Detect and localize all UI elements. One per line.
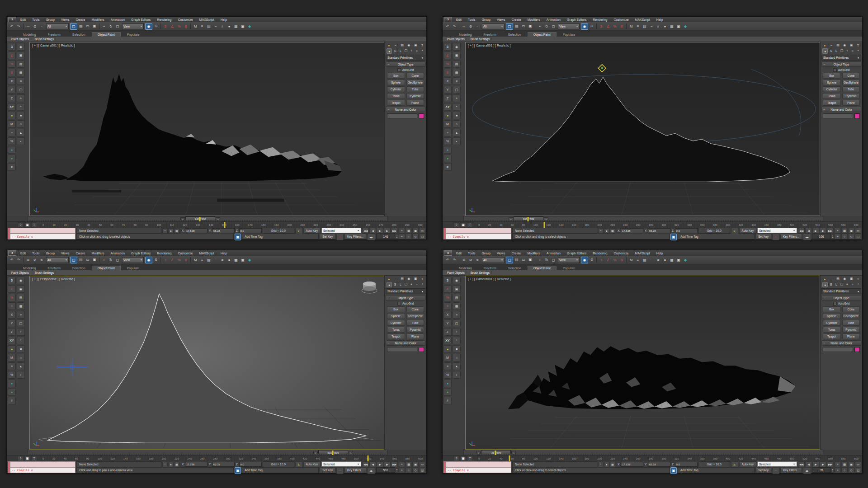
zoom-all-icon[interactable]: ▦	[841, 228, 848, 234]
helpers-category-icon[interactable]: +	[845, 282, 849, 286]
mirror-icon[interactable]: M	[192, 257, 198, 263]
orbit-icon[interactable]: ○	[841, 234, 848, 239]
y-coordinate-field[interactable]: 65.28	[212, 228, 235, 233]
object-color-swatch[interactable]	[419, 113, 424, 118]
menu-item[interactable]: Animation	[543, 18, 564, 21]
motion-tab-icon[interactable]: ◉	[842, 277, 847, 281]
fov-icon[interactable]: ◇	[848, 234, 854, 239]
select-rotate-icon[interactable]: ↻	[543, 23, 550, 29]
current-frame-field[interactable]: 106	[812, 234, 831, 239]
menu-item[interactable]: Graph Editors	[564, 252, 590, 255]
menu-item[interactable]: Help	[653, 18, 666, 21]
select-place-icon[interactable]: ◉	[581, 257, 588, 263]
geometry-category-icon[interactable]: ●	[387, 48, 392, 54]
object-name-field[interactable]	[387, 113, 417, 118]
grid-tool-icon[interactable]: #	[443, 163, 452, 171]
tab-freeform[interactable]: Freeform	[42, 266, 66, 270]
selection-set-combo[interactable]: Selected ▼	[757, 228, 797, 233]
axis-x-button[interactable]: X	[443, 77, 452, 85]
autogrid-checkbox[interactable]	[397, 68, 401, 72]
primitive-button[interactable]: Tube	[406, 86, 425, 92]
lights-category-icon[interactable]: L	[834, 48, 839, 53]
align-icon[interactable]: ≡	[199, 257, 205, 263]
menu-item[interactable]: Graph Editors	[564, 18, 590, 21]
play-icon[interactable]: ▶	[377, 228, 383, 234]
viewport-label[interactable]: [ + ] [ Camera001 ] [ Realistic ]	[32, 44, 75, 47]
select-link-icon[interactable]: ∞	[25, 257, 31, 263]
mirror-icon[interactable]: M	[628, 257, 634, 263]
selection-filter-dropdown[interactable]: All ▼	[482, 257, 505, 263]
primitive-button[interactable]: Teapot	[387, 333, 405, 339]
align-icon[interactable]: ≡	[635, 23, 641, 29]
shortcut-override-icon[interactable]: *	[598, 228, 604, 234]
reference-coordinate-dropdown[interactable]: View ▼	[122, 257, 144, 263]
orbit-icon[interactable]: ○	[406, 467, 412, 473]
selection-set-icon[interactable]: ▣	[460, 456, 466, 461]
axis-z-button[interactable]: Z	[443, 94, 452, 102]
listener-output[interactable]: -- Compile e	[446, 467, 511, 473]
tab-modeling[interactable]: Modeling	[453, 266, 477, 270]
ribbon-subtab[interactable]: Brush Settings	[33, 271, 56, 274]
helpers-category-icon[interactable]: +	[409, 48, 414, 53]
set-key-button[interactable]: Set Key	[320, 234, 335, 239]
menu-item[interactable]: Customize	[610, 18, 632, 21]
shapes-category-icon[interactable]: S	[829, 282, 833, 286]
select-move-icon[interactable]: +	[537, 257, 543, 263]
primitives-dropdown[interactable]: Standard Primitives ▼	[821, 288, 861, 294]
create-tab-icon[interactable]: ●	[387, 277, 391, 281]
snap-magnet-3-icon[interactable]: 3	[443, 277, 452, 284]
axis-xy-button[interactable]: XY	[443, 337, 452, 344]
menu-item[interactable]: Views	[494, 252, 509, 255]
reference-coordinate-dropdown[interactable]: View ▼	[558, 23, 580, 29]
utilities-small-icon[interactable]: *	[17, 103, 25, 111]
select-object-icon[interactable]: ▢	[506, 257, 513, 263]
spacing-tool-icon[interactable]: %	[8, 371, 16, 379]
snap-magnet-3-icon[interactable]: 3	[8, 43, 16, 51]
name-color-rollout[interactable]: − Name and Color	[386, 107, 425, 112]
material-editor-icon[interactable]: ●	[226, 23, 232, 29]
object-type-rollout[interactable]: − Object Type	[386, 295, 425, 300]
unlink-icon[interactable]: ⊘	[32, 257, 38, 263]
maxscript-mini-listener[interactable]	[8, 228, 75, 234]
key-mode-toggle-icon[interactable]: ◀▶	[367, 234, 375, 240]
menu-item[interactable]: Tools	[29, 252, 42, 255]
mirror-tool-icon[interactable]: M	[8, 120, 16, 128]
primitive-button[interactable]: Cone	[406, 73, 425, 79]
primitive-button[interactable]: GeoSphere	[842, 313, 860, 319]
hierarchy-tab-icon[interactable]: ▤	[836, 43, 840, 47]
snap-magnet-3-icon[interactable]: 3	[8, 277, 16, 284]
menu-item[interactable]: Views	[494, 18, 509, 21]
x-coordinate-field[interactable]: 17.538	[621, 462, 643, 467]
angle-snap-icon[interactable]: ∠	[605, 257, 611, 263]
listener-output[interactable]: -- Compile e	[10, 467, 75, 473]
go-end-icon[interactable]: ▶▶	[391, 228, 398, 234]
timeline-ruler[interactable]: 0204060801001201401601802002202402602803…	[475, 455, 862, 461]
ribbon-subtab[interactable]: Paint Objects	[9, 271, 31, 274]
snap-magnet-spinner-icon[interactable]: 8	[443, 302, 452, 310]
select-scale-icon[interactable]: ◻	[550, 257, 557, 263]
listener-macro-line[interactable]	[10, 228, 75, 234]
ribbon-subtab[interactable]: Brush Settings	[469, 38, 492, 41]
menu-item[interactable]: Views	[58, 252, 73, 255]
zoom-extents-icon[interactable]: ▣	[412, 228, 419, 234]
listener-macro-line[interactable]	[446, 461, 511, 467]
pan-icon[interactable]: +	[399, 467, 405, 473]
mirror-icon[interactable]: M	[192, 23, 198, 29]
snap-magnet-star-icon[interactable]: ∠	[8, 52, 16, 59]
angle-snap-icon[interactable]: ∠	[605, 23, 611, 29]
cameras-category-icon[interactable]: ▢	[840, 282, 844, 286]
current-frame-field[interactable]: 510	[376, 467, 395, 473]
reference-coordinate-dropdown[interactable]: View ▼	[558, 257, 580, 263]
set-key-button[interactable]: Set Key	[755, 467, 771, 473]
prev-frame-icon[interactable]: ◀	[805, 461, 812, 467]
keyframe-marker[interactable]	[527, 217, 528, 221]
viewport-config-icon[interactable]: ▦	[453, 69, 461, 76]
default-tangent-icon[interactable]: ~	[772, 234, 779, 240]
spacewarps-category-icon[interactable]: ≈	[850, 48, 855, 53]
viewport[interactable]: [ + ] [ Camera001 ] [ Realistic ]	[29, 42, 384, 216]
x-coordinate-field[interactable]: 17.538	[185, 228, 208, 233]
tab-populate[interactable]: Populate	[557, 33, 581, 37]
absolute-mode-icon[interactable]: ▦	[610, 228, 615, 234]
spinner-snap-icon[interactable]: 8	[183, 23, 189, 29]
auto-key-button[interactable]: Auto Key	[739, 461, 756, 467]
